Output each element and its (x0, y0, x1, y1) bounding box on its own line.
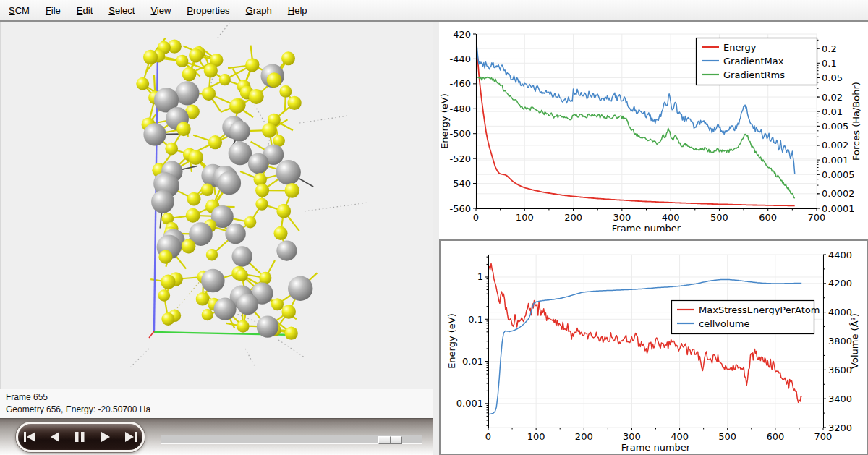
atom-yellow[interactable] (189, 48, 203, 62)
atom-yellow[interactable] (143, 50, 158, 64)
svg-text:3200: 3200 (828, 422, 852, 433)
svg-text:1: 1 (477, 271, 483, 282)
atom-yellow[interactable] (271, 298, 284, 310)
atom-yellow[interactable] (245, 58, 259, 72)
atom-yellow[interactable] (281, 51, 295, 65)
go-to-first-button[interactable] (22, 430, 39, 443)
atom-yellow[interactable] (281, 305, 296, 319)
svg-text:Volume (Å³): Volume (Å³) (849, 313, 860, 369)
atom-yellow[interactable] (284, 183, 299, 198)
atom-yellow[interactable] (186, 208, 200, 223)
svg-text:MaxStressEnergyPerAtom: MaxStressEnergyPerAtom (699, 305, 820, 315)
molecule-viewport[interactable] (0, 22, 439, 389)
energy-gradients-chart[interactable]: 0100200300400500600700Frame number-420-4… (439, 22, 868, 239)
atom-yellow[interactable] (244, 216, 257, 229)
atom-yellow[interactable] (273, 226, 287, 240)
menu-item-file[interactable]: File (38, 3, 68, 18)
stress-volume-chart[interactable]: 0100200300400500600700Frame number10.10.… (441, 241, 867, 454)
step-backward-button[interactable] (47, 430, 64, 443)
atom-yellow[interactable] (182, 67, 197, 82)
frame-slider-thumb[interactable] (378, 436, 391, 444)
svg-text:0.001: 0.001 (822, 155, 848, 166)
svg-text:-420: -420 (449, 29, 471, 40)
atom-gray[interactable] (201, 269, 224, 292)
atom-yellow[interactable] (182, 239, 196, 254)
atom-yellow[interactable] (176, 55, 188, 67)
menu-item-select[interactable]: Select (101, 3, 142, 18)
svg-text:600: 600 (766, 431, 784, 442)
svg-text:4400: 4400 (828, 250, 852, 260)
atom-gray[interactable] (218, 171, 241, 195)
atom-yellow[interactable] (237, 320, 249, 333)
frame-slider[interactable] (161, 435, 422, 444)
atom-gray[interactable] (276, 160, 301, 185)
atom-gray[interactable] (143, 123, 166, 145)
atom-yellow[interactable] (208, 135, 222, 149)
atom-yellow[interactable] (202, 87, 216, 101)
atom-yellow[interactable] (287, 96, 301, 110)
atom-yellow[interactable] (267, 72, 282, 88)
atom-yellow[interactable] (229, 98, 244, 114)
atom-yellow[interactable] (279, 85, 292, 98)
atom-yellow[interactable] (188, 150, 203, 165)
atom-gray[interactable] (232, 246, 252, 266)
svg-text:0.0002: 0.0002 (822, 188, 855, 199)
pause-button[interactable] (72, 430, 89, 443)
frame-slider-thumb-cap[interactable] (391, 436, 402, 444)
atom-yellow[interactable] (262, 123, 277, 138)
menu-item-graph[interactable]: Graph (239, 3, 279, 18)
atom-gray[interactable] (248, 153, 269, 174)
atom-yellow[interactable] (255, 197, 268, 210)
atom-yellow[interactable] (161, 275, 175, 289)
atom-yellow[interactable] (136, 77, 149, 90)
svg-text:0: 0 (485, 431, 491, 442)
menu-item-scm[interactable]: SCM (1, 3, 37, 18)
atom-yellow[interactable] (202, 309, 213, 320)
atom-yellow[interactable] (255, 184, 269, 197)
atom-yellow[interactable] (284, 326, 297, 339)
svg-text:-440: -440 (449, 54, 471, 64)
atom-yellow[interactable] (249, 89, 264, 104)
periodic-image-contact (131, 349, 149, 367)
molecule-3d-view[interactable] (1, 22, 439, 389)
atom-yellow[interactable] (158, 250, 172, 263)
go-to-last-button[interactable] (122, 430, 139, 443)
atom-gray[interactable] (175, 81, 199, 105)
atom-yellow[interactable] (196, 292, 210, 306)
atom-yellow[interactable] (161, 312, 174, 326)
atom-gray[interactable] (151, 190, 174, 213)
atom-gray[interactable] (229, 121, 250, 142)
atom-yellow[interactable] (236, 269, 248, 281)
svg-text:-480: -480 (449, 103, 471, 114)
svg-text:0.01: 0.01 (462, 356, 483, 367)
menu-item-help[interactable]: Help (281, 3, 315, 18)
atom-gray[interactable] (225, 224, 245, 244)
svg-text:0: 0 (473, 212, 479, 223)
atom-yellow[interactable] (158, 289, 170, 301)
svg-text:200: 200 (564, 212, 582, 223)
svg-text:Energy (eV): Energy (eV) (446, 313, 457, 369)
menu-item-edit[interactable]: Edit (69, 3, 100, 18)
menu-item-properties[interactable]: Properties (179, 3, 237, 18)
atom-yellow[interactable] (276, 204, 291, 218)
svg-text:4200: 4200 (828, 278, 852, 289)
atom-yellow[interactable] (176, 122, 191, 136)
atom-yellow[interactable] (165, 143, 178, 156)
atom-yellow[interactable] (259, 272, 271, 284)
atom-yellow[interactable] (187, 192, 201, 206)
atom-gray[interactable] (214, 298, 237, 320)
atom-yellow[interactable] (204, 64, 218, 77)
svg-text:100: 100 (527, 431, 545, 442)
play-button[interactable] (96, 430, 114, 443)
atom-yellow[interactable] (219, 74, 231, 85)
svg-text:300: 300 (613, 212, 631, 223)
atom-gray[interactable] (237, 294, 258, 315)
svg-text:200: 200 (575, 431, 593, 442)
atom-gray[interactable] (288, 276, 312, 301)
atom-yellow[interactable] (201, 184, 214, 197)
atom-yellow[interactable] (206, 249, 218, 260)
atom-gray[interactable] (257, 315, 278, 337)
svg-text:-500: -500 (449, 128, 471, 139)
menu-item-view[interactable]: View (143, 3, 178, 18)
atom-gray[interactable] (276, 241, 297, 261)
